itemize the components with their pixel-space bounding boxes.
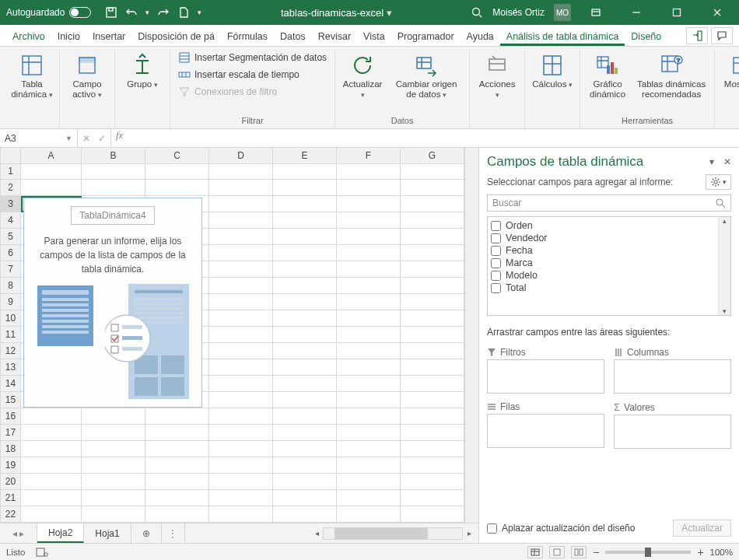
cell[interactable]	[21, 425, 82, 441]
cell[interactable]	[273, 473, 337, 489]
cell[interactable]	[337, 163, 401, 180]
cell[interactable]	[401, 180, 464, 196]
sheet-tab[interactable]: Hoja2	[37, 523, 84, 543]
row-header[interactable]: 10	[1, 310, 21, 327]
row-header[interactable]: 2	[1, 180, 21, 196]
cell[interactable]	[401, 359, 464, 376]
cell[interactable]	[209, 473, 273, 489]
cell[interactable]	[145, 425, 209, 441]
cell[interactable]	[337, 278, 401, 294]
cell[interactable]	[401, 343, 464, 359]
group-button[interactable]: Grupo	[120, 50, 165, 93]
cell[interactable]	[145, 489, 209, 506]
cell[interactable]	[337, 212, 401, 229]
cell[interactable]	[209, 229, 273, 245]
cell[interactable]	[273, 229, 337, 245]
row-header[interactable]: 3	[1, 196, 21, 212]
tab-ayuda[interactable]: Ayuda	[461, 26, 500, 46]
search-icon[interactable]	[471, 6, 483, 19]
columns-drop-area[interactable]	[614, 359, 731, 394]
cell[interactable]	[401, 278, 464, 294]
row-header[interactable]: 4	[1, 212, 21, 229]
row-header[interactable]: 19	[1, 457, 21, 473]
zoom-out-button[interactable]: −	[593, 546, 599, 558]
vertical-scrollbar[interactable]	[464, 148, 478, 523]
cell[interactable]	[82, 457, 145, 473]
name-box[interactable]: A3▼	[0, 129, 78, 147]
page-layout-view-button[interactable]	[549, 546, 565, 558]
column-header[interactable]: D	[209, 148, 273, 163]
cell[interactable]	[21, 408, 82, 425]
cell[interactable]	[273, 489, 337, 506]
tab-scroll-divider[interactable]: ⋮	[162, 523, 185, 543]
field-item[interactable]: Orden	[491, 219, 727, 232]
cell[interactable]	[21, 180, 82, 196]
column-header[interactable]: B	[82, 148, 145, 163]
save-icon[interactable]	[105, 6, 117, 19]
cell[interactable]	[209, 278, 273, 294]
cell[interactable]	[337, 376, 401, 392]
cell[interactable]	[337, 310, 401, 327]
select-all-corner[interactable]	[1, 148, 21, 163]
ribbon-display-button[interactable]	[580, 0, 611, 25]
refresh-button[interactable]: Actualizar	[340, 50, 385, 103]
normal-view-button[interactable]	[527, 546, 543, 558]
cell[interactable]	[209, 294, 273, 310]
sheet-nav[interactable]: ◂ ▸	[0, 523, 37, 543]
row-header[interactable]: 18	[1, 440, 21, 457]
user-avatar[interactable]: MO	[554, 4, 571, 21]
field-item[interactable]: Modelo	[491, 269, 727, 282]
cell[interactable]	[273, 392, 337, 408]
cell[interactable]	[337, 392, 401, 408]
cell[interactable]	[337, 473, 401, 489]
field-item[interactable]: Marca	[491, 257, 727, 269]
undo-icon[interactable]	[125, 6, 138, 19]
sheet-tab[interactable]: Hoja1	[84, 523, 131, 543]
cell[interactable]	[273, 294, 337, 310]
cell[interactable]	[273, 457, 337, 473]
row-header[interactable]: 14	[1, 376, 21, 392]
cell[interactable]	[273, 245, 337, 261]
values-drop-area[interactable]	[614, 415, 731, 449]
add-sheet-button[interactable]: ⊕	[131, 523, 162, 543]
close-pane-button[interactable]: ✕	[723, 156, 731, 167]
field-search[interactable]: Buscar	[487, 194, 731, 212]
fieldlist-scrollbar[interactable]: ▴▾	[718, 217, 730, 315]
tab-datos[interactable]: Datos	[274, 26, 312, 46]
cell[interactable]	[209, 359, 273, 376]
cell[interactable]	[82, 489, 145, 506]
change-data-source-button[interactable]: Cambiar origen de datos	[388, 50, 464, 103]
cell[interactable]	[82, 440, 145, 457]
zoom-in-button[interactable]: +	[697, 546, 703, 558]
cell[interactable]	[21, 506, 82, 522]
field-item[interactable]: Fecha	[491, 244, 727, 257]
row-header[interactable]: 11	[1, 327, 21, 343]
cell[interactable]	[401, 506, 464, 522]
maximize-button[interactable]	[661, 0, 692, 25]
row-header[interactable]: 21	[1, 489, 21, 506]
column-header[interactable]: C	[145, 148, 209, 163]
pane-layout-button[interactable]: ▾	[706, 174, 731, 190]
cell[interactable]	[209, 425, 273, 441]
cell[interactable]	[337, 180, 401, 196]
field-item[interactable]: Vendedor	[491, 232, 727, 244]
cell[interactable]	[401, 473, 464, 489]
cell[interactable]	[82, 425, 145, 441]
row-header[interactable]: 8	[1, 278, 21, 294]
cell[interactable]	[145, 457, 209, 473]
cell[interactable]	[273, 163, 337, 180]
redo-icon[interactable]	[157, 6, 170, 19]
cell[interactable]	[401, 294, 464, 310]
cell[interactable]	[273, 359, 337, 376]
cell[interactable]	[401, 408, 464, 425]
cell[interactable]	[145, 180, 209, 196]
row-header[interactable]: 7	[1, 261, 21, 278]
cell[interactable]	[401, 489, 464, 506]
cell[interactable]	[337, 489, 401, 506]
cell[interactable]	[273, 327, 337, 343]
cell[interactable]	[145, 506, 209, 522]
tab-disposición[interactable]: Disposición de pá	[131, 26, 221, 46]
cell[interactable]	[21, 440, 82, 457]
cell[interactable]	[209, 163, 273, 180]
horizontal-scrollbar[interactable]: ◂ ▸	[307, 523, 478, 543]
